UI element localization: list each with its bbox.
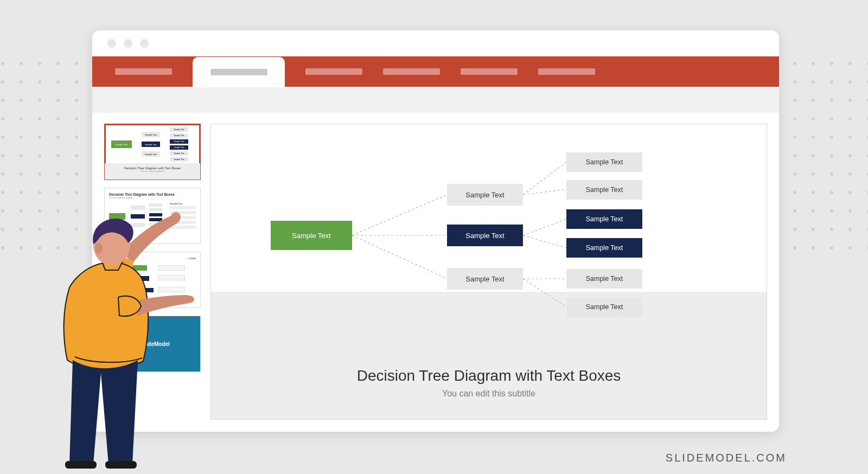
ribbon-tab-active[interactable]: [193, 57, 285, 87]
decision-tree-diagram: Sample Text Sample Text Sample Text Samp…: [233, 140, 745, 325]
tree-leaf-node[interactable]: Sample Text: [566, 269, 642, 289]
tree-leaf-node[interactable]: Sample Text: [566, 152, 642, 172]
ribbon-tabstrip: [92, 56, 779, 87]
tree-leaf-node[interactable]: Sample Text: [566, 180, 642, 200]
slide-canvas[interactable]: Sample Text Sample Text Sample Text Samp…: [210, 124, 767, 420]
svg-line-6: [523, 235, 566, 248]
tree-mid-node[interactable]: Sample Text: [447, 225, 523, 246]
tree-leaf-node[interactable]: Sample Text: [566, 238, 642, 258]
tab-placeholder: [210, 69, 267, 75]
mini-node: Sample Text: [142, 142, 160, 147]
tab-placeholder: [383, 68, 440, 75]
window-dot: [140, 39, 149, 48]
svg-line-5: [523, 219, 566, 235]
mini-node: Sample Text: [170, 139, 188, 144]
brand-watermark: SLIDEMODEL.COM: [666, 452, 787, 464]
ribbon-tab[interactable]: [538, 56, 595, 87]
ribbon-tab[interactable]: [115, 56, 172, 87]
mini-node: Sample Text: [142, 132, 160, 137]
tree-mid-node[interactable]: Sample Text: [447, 268, 523, 290]
mini-node: Sample Text: [170, 145, 188, 150]
svg-point-10: [95, 243, 103, 254]
svg-line-4: [523, 189, 566, 195]
ribbon: [92, 56, 779, 113]
presenter-illustration: [37, 194, 216, 471]
svg-point-13: [171, 212, 181, 222]
svg-line-8: [523, 279, 566, 307]
svg-line-3: [523, 162, 566, 195]
svg-rect-11: [65, 461, 97, 469]
window-dot: [124, 39, 132, 48]
tree-leaf-node[interactable]: Sample Text: [566, 209, 642, 229]
tab-placeholder: [461, 68, 518, 75]
svg-line-2: [352, 235, 447, 279]
tab-placeholder: [115, 68, 172, 75]
ribbon-toolbar: [92, 87, 779, 113]
slide-title[interactable]: Decision Tree Diagram with Text Boxes: [211, 367, 767, 385]
mini-node: Sample Text: [111, 140, 132, 148]
window-dot: [107, 39, 116, 48]
tab-placeholder: [305, 68, 362, 75]
ribbon-tab[interactable]: [383, 56, 440, 87]
slide-thumbnail-1[interactable]: Sample Text Sample Text Sample Text Samp…: [104, 124, 201, 180]
thumb-title: Decision Tree Diagram with Text Boxes: [105, 164, 200, 170]
ribbon-tab[interactable]: [305, 56, 362, 87]
tree-leaf-node[interactable]: Sample Text: [566, 297, 642, 317]
thumb-subtitle: You can edit this subtitle: [105, 170, 200, 172]
mini-node: Sample Text: [170, 157, 188, 162]
tree-root-node[interactable]: Sample Text: [271, 221, 352, 250]
svg-point-14: [183, 296, 194, 303]
mini-node: Sample Text: [170, 151, 188, 156]
svg-rect-12: [105, 461, 137, 469]
tree-mid-node[interactable]: Sample Text: [447, 184, 523, 206]
tab-placeholder: [538, 68, 595, 75]
slide-subtitle[interactable]: You can edit this subtitle: [211, 389, 767, 399]
mini-node: Sample Text: [170, 133, 188, 138]
svg-line-0: [352, 195, 447, 235]
window-chrome: [92, 30, 779, 56]
mini-node: Sample Text: [170, 127, 188, 132]
ribbon-tab[interactable]: [461, 56, 518, 87]
mini-node: Sample Text: [142, 151, 160, 157]
